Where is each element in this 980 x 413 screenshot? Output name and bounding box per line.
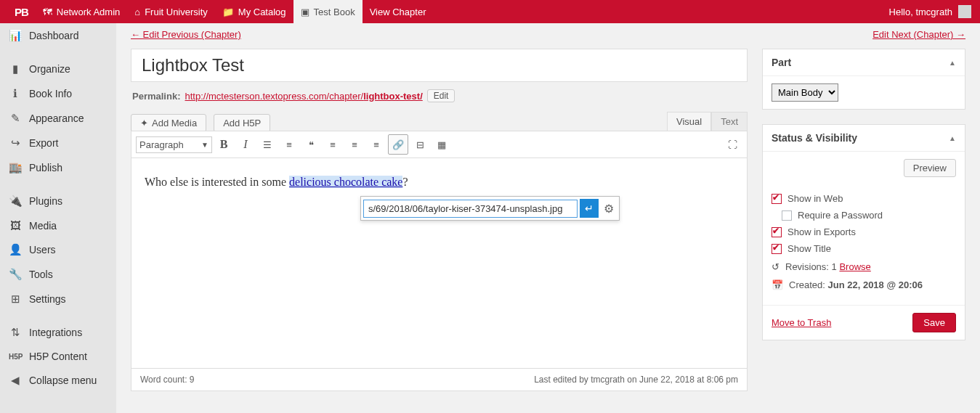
tab-visual[interactable]: Visual: [667, 112, 711, 131]
content-text-before: Who else is interested in some: [145, 176, 289, 188]
format-select[interactable]: Paragraph▼: [136, 136, 212, 153]
catalog-link[interactable]: 📁My Catalog: [215, 0, 293, 23]
status-box-title: Status & Visibility: [772, 132, 857, 144]
require-password-checkbox[interactable]: Require a Password: [782, 210, 956, 221]
revisions-row: ↺ Revisions: 1 Browse: [772, 261, 956, 272]
blockquote-button[interactable]: ❝: [301, 134, 321, 155]
sidebar-item-dashboard[interactable]: 📊Dashboard: [0, 23, 116, 48]
browse-revisions-link[interactable]: Browse: [839, 261, 870, 272]
book-link[interactable]: ▣Test Book: [293, 0, 363, 23]
home-icon: ⌂: [134, 7, 140, 17]
save-button[interactable]: Save: [912, 313, 956, 332]
topbar-left: PB 🗺Network Admin ⌂Fruit University 📁My …: [0, 0, 889, 23]
permalink-row: Permalink: http://mctesterson.textopress…: [132, 89, 746, 102]
admin-topbar: PB 🗺Network Admin ⌂Fruit University 📁My …: [0, 0, 980, 23]
show-in-web-checkbox[interactable]: Show in Web: [772, 193, 956, 204]
editor-toolbar: Paragraph▼ B I ☰ ≡ ❝ ≡ ≡ ≡ 🔗 ⊟ ▦ ⛶: [131, 131, 748, 158]
sidebar-item-organize[interactable]: ▮Organize: [0, 57, 116, 81]
bold-button[interactable]: B: [214, 134, 234, 155]
settings-icon: ⊞: [9, 293, 22, 306]
publish-icon: 🏬: [9, 161, 22, 174]
show-in-exports-checkbox[interactable]: Show in Exports: [772, 226, 956, 237]
info-icon: ℹ: [9, 87, 22, 100]
numbered-list-button[interactable]: ≡: [279, 134, 299, 155]
dashboard-icon: 📊: [9, 29, 22, 42]
organize-icon: ▮: [9, 62, 22, 75]
move-to-trash-link[interactable]: Move to Trash: [772, 317, 831, 328]
content-selected-link: delicious chocolate cake: [289, 176, 402, 188]
insert-link-button[interactable]: 🔗: [388, 134, 408, 155]
collapse-icon: ◀: [9, 374, 22, 387]
right-column: Part▲ Main Body Status & Visibility▲ Pre…: [762, 49, 965, 391]
sidebar-item-plugins[interactable]: 🔌Plugins: [0, 189, 116, 213]
collapse-toggle-icon[interactable]: ▲: [949, 134, 956, 142]
sidebar-item-settings[interactable]: ⊞Settings: [0, 287, 116, 311]
sidebar-item-publish[interactable]: 🏬Publish: [0, 155, 116, 180]
plugins-icon: 🔌: [9, 195, 22, 208]
permalink-label: Permalink:: [132, 91, 180, 102]
word-count: Word count: 9: [140, 375, 194, 385]
align-left-button[interactable]: ≡: [323, 134, 343, 155]
checkbox-icon: [772, 244, 782, 254]
sidebar-item-integrations[interactable]: ⇅Integrations: [0, 320, 116, 345]
checkbox-icon: [772, 227, 782, 237]
sidebar-item-h5p[interactable]: H5PH5P Content: [0, 345, 116, 368]
collapse-toggle-icon[interactable]: ▲: [949, 59, 956, 67]
fullscreen-button[interactable]: ⛶: [722, 134, 742, 155]
italic-button[interactable]: I: [235, 134, 256, 155]
tab-text[interactable]: Text: [711, 112, 748, 131]
sidebar-item-bookinfo[interactable]: ℹBook Info: [0, 81, 116, 106]
link-apply-button[interactable]: ↵: [580, 199, 599, 218]
sidebar-item-appearance[interactable]: ✎Appearance: [0, 106, 116, 131]
preview-button[interactable]: Preview: [904, 159, 956, 177]
link-url-input[interactable]: [363, 200, 578, 218]
media-icon: 🖾: [9, 219, 22, 232]
media-add-icon: ✦: [140, 118, 148, 128]
sidebar-item-tools[interactable]: 🔧Tools: [0, 262, 116, 287]
permalink-edit-button[interactable]: Edit: [427, 89, 455, 102]
align-center-button[interactable]: ≡: [344, 134, 365, 155]
part-metabox: Part▲ Main Body: [762, 49, 965, 110]
bullet-list-button[interactable]: ☰: [257, 134, 278, 155]
edit-previous-link[interactable]: ← Edit Previous (Chapter): [131, 29, 241, 40]
sidebar-item-export[interactable]: ↪Export: [0, 131, 116, 155]
part-select[interactable]: Main Body: [772, 83, 838, 102]
export-icon: ↪: [9, 136, 22, 150]
calendar-icon: 📅: [772, 279, 783, 290]
sidebar-item-users[interactable]: 👤Users: [0, 237, 116, 262]
avatar[interactable]: [958, 5, 971, 18]
checkbox-icon: [772, 194, 782, 204]
align-right-button[interactable]: ≡: [366, 134, 386, 155]
pb-logo[interactable]: PB: [0, 0, 36, 23]
title-input[interactable]: Lightbox Test: [131, 49, 748, 82]
link-options-button[interactable]: ⚙: [601, 200, 617, 216]
toolbar-toggle-button[interactable]: ▦: [432, 134, 452, 155]
tools-icon: 🔧: [9, 268, 22, 281]
view-chapter-link[interactable]: View Chapter: [363, 0, 434, 23]
editor-content[interactable]: Who else is interested in some delicious…: [131, 158, 748, 369]
gear-icon: ⚙: [604, 202, 614, 216]
link-icon: 🔗: [392, 139, 404, 150]
admin-sidebar: 📊Dashboard ▮Organize ℹBook Info ✎Appeara…: [0, 23, 116, 413]
sidebar-item-media[interactable]: 🖾Media: [0, 213, 116, 237]
users-icon: 👤: [9, 243, 22, 256]
checkbox-icon: [782, 210, 792, 221]
sitemap-icon: 🗺: [43, 7, 52, 17]
folder-icon: 📁: [222, 7, 234, 17]
permalink-url[interactable]: http://mctesterson.textopress.com/chapte…: [185, 91, 422, 102]
add-h5p-button[interactable]: Add H5P: [214, 114, 270, 132]
site-link[interactable]: ⌂Fruit University: [127, 0, 215, 23]
created-row: 📅 Created: Jun 22, 2018 @ 20:06: [772, 279, 956, 290]
book-icon: ▣: [301, 7, 309, 17]
edit-next-link[interactable]: Edit Next (Chapter) →: [872, 29, 965, 40]
h5p-icon: H5P: [9, 353, 22, 361]
show-title-checkbox[interactable]: Show Title: [772, 243, 956, 254]
editor-footer: Word count: 9 Last edited by tmcgrath on…: [131, 368, 748, 391]
read-more-button[interactable]: ⊟: [410, 134, 430, 155]
post-navigation: ← Edit Previous (Chapter) Edit Next (Cha…: [116, 23, 980, 40]
post-title: Lightbox Test: [142, 55, 737, 75]
sidebar-item-collapse[interactable]: ◀Collapse menu: [0, 368, 116, 393]
greeting[interactable]: Hello, tmcgrath: [889, 7, 952, 17]
add-media-button[interactable]: ✦Add Media: [131, 114, 206, 132]
network-admin-link[interactable]: 🗺Network Admin: [36, 0, 127, 23]
